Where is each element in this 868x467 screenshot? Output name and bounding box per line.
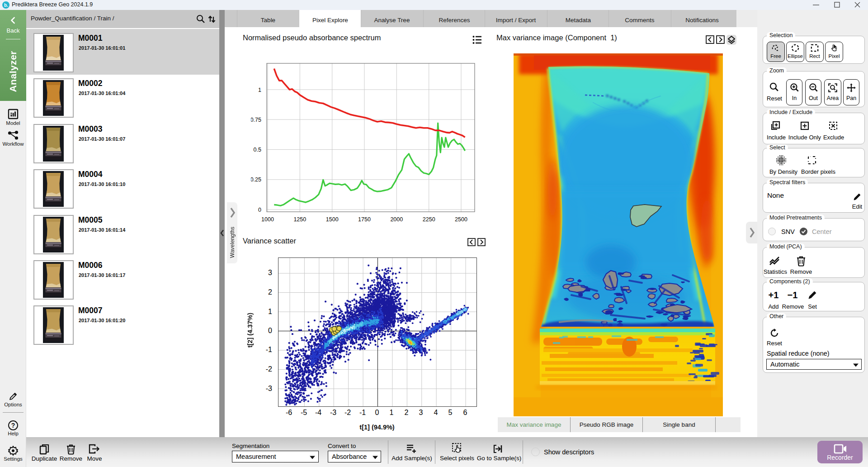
svg-text:0: 0 <box>258 207 261 213</box>
svg-text:1000: 1000 <box>261 216 274 223</box>
svg-text:0.5: 0.5 <box>254 147 261 153</box>
svg-text:1250: 1250 <box>293 216 306 223</box>
svg-text:b.: b. <box>4 3 8 8</box>
svg-text:0.75: 0.75 <box>251 117 261 123</box>
svg-text:0.25: 0.25 <box>251 176 261 183</box>
svg-text:2250: 2250 <box>423 216 435 223</box>
svg-text:1500: 1500 <box>326 216 339 223</box>
svg-text:1750: 1750 <box>358 216 371 223</box>
svg-text:1: 1 <box>258 87 261 93</box>
svg-text:2500: 2500 <box>455 216 467 223</box>
svg-text:?: ? <box>11 422 15 429</box>
svg-text:2000: 2000 <box>390 216 403 223</box>
